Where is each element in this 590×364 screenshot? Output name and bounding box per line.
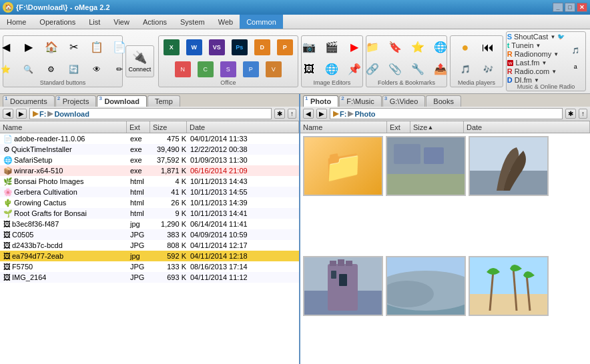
ooffice5-button[interactable]: V [263,59,284,80]
file-row[interactable]: 🖼 IMG_2164 JPG 693 K 04/11/2014 11:12 [0,272,299,283]
menu-view[interactable]: View [107,15,136,29]
vs-button[interactable]: VS [206,37,228,58]
photo1-button[interactable]: 🖼 [298,59,320,80]
col-ext[interactable]: Ext [127,121,150,133]
excel-button[interactable]: X [161,37,182,58]
file-row[interactable]: 🖼 C0505 JPG 383 K 04/09/2014 10:59 [0,229,299,240]
mp3-button[interactable]: 🎵 [455,59,476,80]
rcol-date[interactable]: Date [464,121,590,133]
rcol-name[interactable]: Name [300,121,387,133]
menu-operations[interactable]: Operations [33,15,82,29]
thumb-palm[interactable] [469,256,549,316]
menu-home[interactable]: Home [0,15,33,29]
file-row[interactable]: 🌸 Gerbera Cultivation html 41 K 10/11/20… [0,187,299,197]
file-row[interactable]: 🖼 d2433b7c-bcdd JPG 808 K 04/11/2014 12:… [0,240,299,251]
word-button[interactable]: W [184,37,205,58]
left-back-button[interactable]: ◀ [3,109,13,119]
file-row-selected[interactable]: 🖼 ea794d77-2eab jpg 592 K 04/11/2014 12:… [0,251,299,261]
left-path-display[interactable]: ▶ F: ▶ Download [29,108,272,119]
amazon-button[interactable]: a [566,60,585,73]
edit-button[interactable]: ✏ [109,59,130,80]
tab-download[interactable]: 3 Download [97,95,147,107]
mymusic-button[interactable]: 🎵 [566,44,585,57]
paste-button[interactable]: 📄 [109,37,130,58]
ooffice3-button[interactable]: S [218,59,239,80]
cam-button[interactable]: 📷 [298,37,320,58]
menu-common[interactable]: Common [240,15,283,29]
right-refresh-button[interactable]: ✱ [565,109,576,119]
rcol-ext[interactable]: Ext [387,121,410,133]
menu-web[interactable]: Web [212,15,240,29]
photo2-button[interactable]: 🌐 [321,59,342,80]
tab-video[interactable]: 3 G:\Video [382,95,426,107]
scissors-button[interactable]: ✂ [63,37,85,58]
back-button[interactable]: ◀ [0,37,17,58]
tab-documents[interactable]: 1 Documents [3,95,55,107]
fb3-button[interactable]: ⭐ [407,37,428,58]
file-row-growing-cactus[interactable]: 🌵 Growing Cactus html 26 K 10/11/2013 14… [0,197,299,208]
video-button[interactable]: 🎬 [321,37,342,58]
tab-books[interactable]: Books [426,95,461,107]
file-row[interactable]: 🌿 Bonsai Photo Images html 4 K 10/11/201… [0,176,299,187]
thumb-folder[interactable]: 📁 [303,136,383,196]
fb8-button[interactable]: 📤 [430,59,451,80]
file-row[interactable]: 📦 winrar-x64-510 exe 1,871 K 06/16/2014 … [0,165,299,176]
ps-button[interactable]: Ps [229,37,250,58]
fb4-button[interactable]: 🌐 [430,37,451,58]
thumb-tree[interactable] [469,136,549,196]
star-button[interactable]: ⭐ [0,59,17,80]
radionomy-btn[interactable]: R Radionomy ▼ [507,50,565,58]
col-size[interactable]: Size [150,121,187,133]
thumbnail-grid[interactable]: 📁 [300,133,590,364]
reload-button[interactable]: 🔄 [63,59,85,80]
fb1-button[interactable]: 📁 [362,37,383,58]
file-row[interactable]: 🖼 b3ec8f36-f487 jpg 1,290 K 06/14/2014 1… [0,219,299,229]
lastfm-btn[interactable]: w Last.fm ▼ [507,59,565,67]
shoutcast-btn[interactable]: S ShoutCast ▼ 🐦 [507,33,565,41]
mp1-button[interactable]: ● [455,37,476,58]
mp2-button[interactable]: ⏮ [477,37,499,58]
file-row[interactable]: ⚙ QuickTimeInstaller exe 39,490 K 12/22/… [0,144,299,155]
thumb-wall[interactable] [386,136,466,196]
thumb-tower[interactable] [303,256,383,316]
left-refresh-button[interactable]: ✱ [274,109,285,119]
col-name[interactable]: Name [0,121,127,133]
fb6-button[interactable]: 📎 [384,59,406,80]
close-button[interactable]: ✕ [577,3,587,12]
ooffice2-button[interactable]: C [195,59,216,80]
gear-button[interactable]: ⚙ [41,59,62,80]
file-row[interactable]: 🌐 SafariSetup exe 37,592 K 01/09/2013 11… [0,155,299,165]
ooffice1-button[interactable]: N [172,59,194,80]
menu-system[interactable]: System [174,15,212,29]
fb5-button[interactable]: 🔗 [362,59,383,80]
search-button[interactable]: 🔍 [18,59,39,80]
tab-music[interactable]: 2 F:\Music [339,95,382,107]
menu-actions[interactable]: Actions [136,15,174,29]
oo2-button[interactable]: P [274,37,296,58]
maximize-button[interactable]: □ [565,3,575,12]
menu-list[interactable]: List [82,15,107,29]
right-back-button[interactable]: ◀ [303,109,314,119]
forward-button[interactable]: ▶ [18,37,39,58]
tab-photo[interactable]: 1 Photo [303,95,338,107]
col-date[interactable]: Date [187,121,299,133]
right-up-button[interactable]: ↑ [579,109,587,119]
ooffice4-button[interactable]: P [240,59,262,80]
fb7-button[interactable]: 🔧 [407,59,428,80]
right-forward-button[interactable]: ▶ [316,109,327,119]
right-path-display[interactable]: ▶ F: ▶ Photo [330,108,563,119]
tunein-btn[interactable]: t Tunein ▼ [507,41,565,49]
view-button[interactable]: 👁 [86,59,107,80]
file-row[interactable]: 📄 adobe-reader-11.0.06 exe 475 K 04/01/2… [0,133,299,144]
up-button[interactable]: 🏠 [41,37,62,58]
minimize-button[interactable]: _ [553,3,563,12]
tab-temp[interactable]: Temp [148,95,180,107]
left-forward-button[interactable]: ▶ [16,109,27,119]
mp4-button[interactable]: 🎶 [477,59,499,80]
file-row[interactable]: 🖼 F5750 JPG 133 K 08/16/2013 17:14 [0,261,299,272]
left-file-list[interactable]: 📄 adobe-reader-11.0.06 exe 475 K 04/01/2… [0,133,299,364]
thumb-hill[interactable] [386,256,466,316]
rcol-size[interactable]: Size ▲ [410,121,464,133]
left-up-button[interactable]: ↑ [288,109,296,119]
oo1-button[interactable]: D [252,37,273,58]
